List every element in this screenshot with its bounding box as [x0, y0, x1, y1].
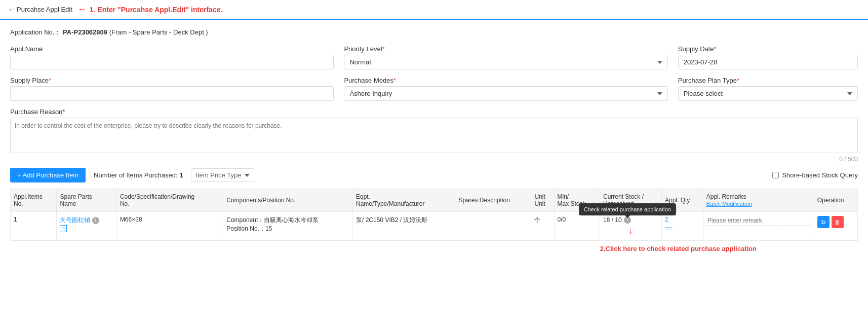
th-eqpt: Eqpt.Name/Type/Manufacturer — [353, 189, 455, 212]
td-code: M66×38 — [116, 212, 223, 241]
copy-button[interactable]: ⧉ — [817, 216, 830, 228]
header-annotation: ← 1. Enter "Purcahse Appl.Edit" interfac… — [77, 4, 223, 15]
purchase-reason-textarea[interactable] — [10, 118, 858, 153]
add-purchase-item-button[interactable]: + Add Purchase Item — [10, 168, 86, 182]
supply-place-group: Supply Place* — [10, 77, 334, 101]
current-stock-info-container: i Check related purchase application — [624, 216, 631, 224]
toolbar: + Add Purchase Item Number of Items Purc… — [10, 168, 858, 182]
table-header-row: Appl.ItemsNo. Spare PartsName Code/Speci… — [11, 189, 858, 212]
supply-place-label: Supply Place* — [10, 77, 334, 84]
td-spares-desc — [455, 212, 531, 241]
table-row: 1 大号圆柱销 i □ M66×38 Component：自吸离心海水冷却泵 P… — [11, 212, 858, 241]
form-row-1: Appl.Name Priority Level* NormalUrgentVe… — [10, 45, 858, 69]
app-no-bar: Application No.： PA-P23062809 (Fram - Sp… — [10, 28, 858, 37]
supply-date-label: Supply Date* — [678, 45, 858, 53]
spare-name-link[interactable]: 大号圆柱销 — [60, 216, 90, 224]
th-current-stock: Current Stock /Unreceived — [600, 189, 662, 212]
app-no-label: Application No.： — [10, 28, 61, 36]
main-content: Application No.： PA-P23062809 (Fram - Sp… — [0, 20, 868, 261]
num-items-label: Number of Items Purchased: 1 — [94, 171, 183, 179]
annotation-2-container: 2.Click here to check related purchase a… — [10, 245, 858, 252]
back-link[interactable]: ← Purcahse Appl.Edit — [8, 6, 72, 13]
spare-name-image-icon[interactable]: □ — [60, 225, 67, 232]
th-unit: UnitUnit — [531, 189, 554, 212]
priority-select[interactable]: NormalUrgentVery Urgent — [344, 55, 667, 69]
td-no: 1 — [11, 212, 57, 241]
th-appl-remarks: Appl. Remarks Batch Modification — [703, 189, 814, 212]
remark-input[interactable] — [706, 216, 811, 226]
appl-name-input[interactable] — [10, 55, 334, 69]
app-no-sub: (Fram - Spare Parts - Deck Dept.) — [109, 28, 208, 36]
th-appl-qty: Appl. Qty — [661, 189, 703, 212]
form-row-2: Supply Place* Purchase Modes* Ashore Inq… — [10, 77, 858, 101]
purchase-reason-group: Purchase Reason* 0 / 500 — [10, 108, 858, 163]
th-spare-parts-name: Spare PartsName — [57, 189, 116, 212]
purchase-modes-group: Purchase Modes* Ashore InquiryOther — [344, 77, 667, 101]
top-bar: ← Purcahse Appl.Edit ← 1. Enter "Purcahs… — [0, 0, 868, 20]
purchase-modes-label: Purchase Modes* — [344, 77, 667, 84]
td-min-max: 0/0 — [554, 212, 600, 241]
supply-date-input[interactable] — [678, 55, 858, 69]
purchase-items-table: Appl.ItemsNo. Spare PartsName Code/Speci… — [10, 189, 858, 241]
purchase-plan-type-label: Purchase Plan Type* — [678, 77, 858, 84]
th-components: Components/Position No. — [223, 189, 353, 212]
shore-stock-checkbox[interactable] — [772, 172, 779, 178]
td-spare-name: 大号圆柱销 i □ — [57, 212, 116, 241]
td-current-stock: 18 / 10 i Check related purchase applica… — [600, 212, 662, 241]
arrow-down-red-icon: ↓ — [628, 226, 633, 236]
shore-stock-query: Shore-based Stock Query — [772, 171, 858, 179]
th-operation: Operation — [814, 189, 857, 212]
batch-modification-link[interactable]: Batch Modification — [706, 201, 752, 207]
char-count: 0 / 500 — [10, 156, 858, 163]
back-arrow-icon: ← — [8, 6, 15, 13]
delete-button[interactable]: 🗑 — [832, 216, 844, 228]
supply-date-group: Supply Date* — [678, 45, 858, 69]
back-title: Purcahse Appl.Edit — [17, 6, 72, 13]
item-price-type-select[interactable]: Item Price Type — [191, 168, 254, 182]
annotation-2: 2.Click here to check related purchase a… — [600, 245, 757, 252]
th-appl-items-no: Appl.ItemsNo. — [11, 189, 57, 212]
priority-group: Priority Level* NormalUrgentVery Urgent — [344, 45, 667, 69]
priority-label: Priority Level* — [344, 45, 667, 53]
appl-name-label: Appl.Name — [10, 45, 334, 53]
td-remark — [703, 212, 814, 241]
red-arrow-icon: ← — [77, 4, 87, 15]
td-component: Component：自吸离心海水冷却泵 Position No.：15 — [223, 212, 353, 241]
spare-name-info-icon[interactable]: i — [92, 217, 99, 224]
app-no-value: PA-P23062809 — [63, 28, 107, 36]
appl-qty-link[interactable]: 2 — [665, 216, 668, 223]
td-operation: ⧉ 🗑 — [814, 212, 857, 241]
shore-stock-label: Shore-based Stock Query — [782, 171, 858, 179]
purchase-modes-select[interactable]: Ashore InquiryOther — [344, 86, 667, 101]
th-min-max: Min/Max Stock — [554, 189, 600, 212]
purchase-reason-label: Purchase Reason* — [10, 108, 858, 116]
th-code-spec: Code/Specification/DrawingNo. — [116, 189, 223, 212]
th-spares-desc: Spares Description — [455, 189, 531, 212]
td-eqpt: 泵/ 2C150 VIB2 / 汉姆沃斯 — [353, 212, 455, 241]
current-stock-value: 18 / 10 — [603, 216, 622, 224]
td-appl-qty: 2 ---- — [661, 212, 703, 241]
supply-place-input[interactable] — [10, 86, 334, 101]
td-unit: 个 — [531, 212, 554, 241]
appl-name-group: Appl.Name — [10, 45, 334, 69]
current-stock-info-icon[interactable]: i — [624, 216, 631, 224]
purchase-plan-type-group: Purchase Plan Type* Please selectOption … — [678, 77, 858, 101]
purchase-plan-type-select[interactable]: Please selectOption 1Option 2 — [678, 86, 858, 101]
operation-buttons: ⧉ 🗑 — [817, 216, 854, 228]
